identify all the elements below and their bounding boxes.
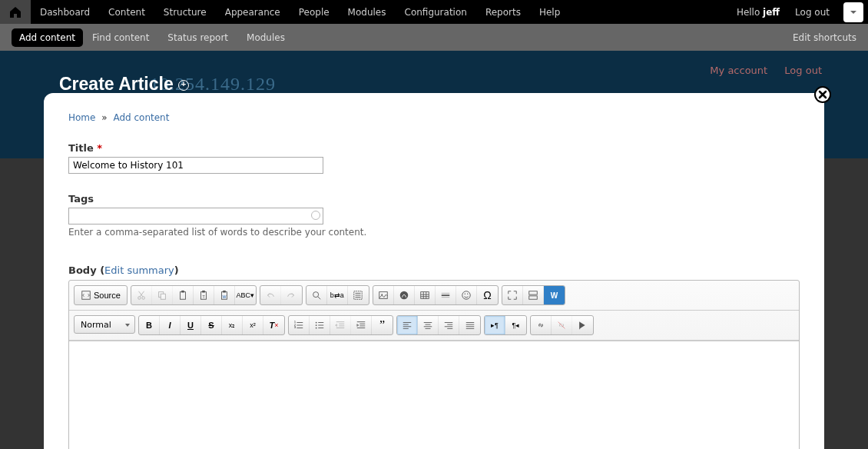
- page-title: Create Article: [59, 74, 189, 95]
- shortcut-status-report[interactable]: Status report: [158, 32, 237, 43]
- admin-toolbar: Dashboard Content Structure Appearance P…: [0, 0, 868, 24]
- shortcut-modules[interactable]: Modules: [237, 32, 294, 43]
- close-icon[interactable]: [813, 85, 832, 104]
- home-icon[interactable]: [0, 0, 31, 24]
- shortcut-bar: Add content Find content Status report M…: [0, 24, 868, 51]
- admin-menu-configuration[interactable]: Configuration: [396, 0, 476, 24]
- shortcut-find-content[interactable]: Find content: [83, 32, 158, 43]
- admin-menu-dashboard[interactable]: Dashboard: [31, 0, 99, 24]
- admin-menu-appearance[interactable]: Appearance: [216, 0, 290, 24]
- hello-text: Hello jeff: [731, 7, 786, 18]
- breadcrumb-sep: »: [98, 112, 110, 123]
- add-shortcut-icon[interactable]: [178, 80, 189, 91]
- shortcut-add-content[interactable]: Add content: [12, 28, 83, 47]
- toolbar-toggle[interactable]: [843, 2, 863, 22]
- admin-menu-help[interactable]: Help: [530, 0, 569, 24]
- header-logout-link[interactable]: Log out: [784, 65, 822, 76]
- breadcrumb: Home » Add content: [68, 112, 800, 123]
- admin-menu-people[interactable]: People: [290, 0, 339, 24]
- overlay-panel: Home » Add content Title * Tags Enter a …: [44, 93, 824, 158]
- edit-shortcuts-link[interactable]: Edit shortcuts: [793, 32, 856, 43]
- admin-menu-reports[interactable]: Reports: [476, 0, 530, 24]
- breadcrumb-current[interactable]: Add content: [113, 112, 169, 123]
- admin-menu-content[interactable]: Content: [99, 0, 154, 24]
- title-input[interactable]: [68, 157, 323, 158]
- title-label: Title *: [68, 142, 800, 154]
- my-account-link[interactable]: My account: [710, 65, 767, 76]
- logout-link[interactable]: Log out: [786, 0, 839, 24]
- admin-menu-modules[interactable]: Modules: [339, 0, 396, 24]
- admin-menu-structure[interactable]: Structure: [154, 0, 216, 24]
- breadcrumb-home[interactable]: Home: [68, 112, 95, 123]
- title-field-wrapper: Title *: [68, 142, 800, 158]
